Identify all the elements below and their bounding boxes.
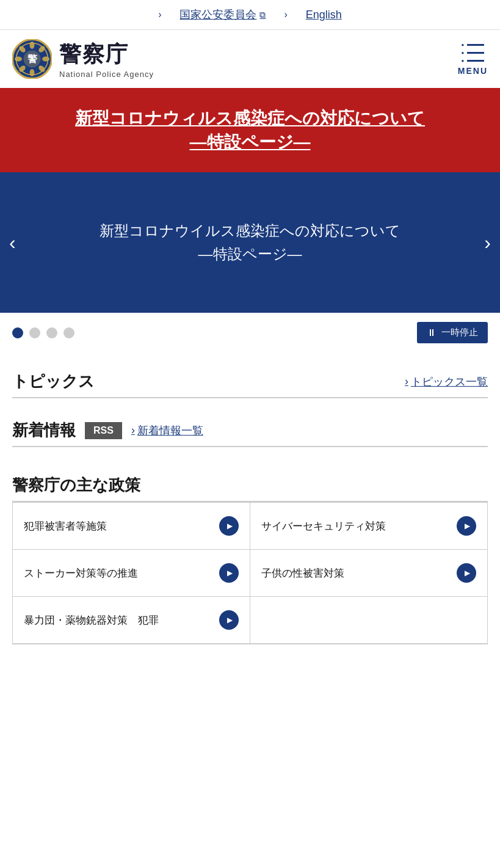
- policy-row-1: 犯罪被害者等施策 サイバーセキュリティ対策: [13, 503, 487, 550]
- policy-row-3: 暴力団・薬物銃器対策 犯罪: [13, 597, 487, 644]
- policy-arrow-icon-5: [219, 610, 239, 630]
- policy-arrow-icon-3: [219, 563, 239, 583]
- chevron-icon-shinchaku: ›: [131, 424, 135, 437]
- chevron-icon-1: ›: [158, 9, 161, 20]
- topics-section: トピックス › トピックス一覧: [0, 352, 500, 398]
- shinchaku-section: 新着情報 RSS › 新着情報一覧: [0, 414, 500, 447]
- site-header: 警 警察庁 National Police Agency MENU: [0, 30, 500, 88]
- slider-content: 新型コロナウイルス感染症への対応について —特設ページ—: [100, 219, 400, 266]
- policy-cell-child[interactable]: 子供の性被害対策: [250, 550, 487, 596]
- topics-title: トピックス: [12, 371, 95, 392]
- shinchaku-header: 新着情報 RSS › 新着情報一覧: [12, 420, 488, 441]
- logo-kanji: 警察庁: [59, 40, 154, 70]
- english-link[interactable]: English: [306, 9, 342, 21]
- slider-prev-button[interactable]: ‹: [3, 225, 22, 260]
- chevron-icon-topics: ›: [405, 375, 408, 388]
- logo-text-container: 警察庁 National Police Agency: [59, 40, 154, 79]
- svg-text:警: 警: [27, 54, 38, 64]
- national-safety-link[interactable]: 国家公安委員会 ⧉: [179, 7, 266, 22]
- menu-label: MENU: [458, 66, 488, 76]
- policy-grid: 犯罪被害者等施策 サイバーセキュリティ対策 ストーカー対策等の推進 子供の性被害…: [12, 502, 488, 644]
- svg-point-6: [30, 69, 35, 76]
- policy-cell-stalker[interactable]: ストーカー対策等の推進: [13, 550, 250, 596]
- chevron-icon-2: ›: [284, 9, 287, 20]
- pause-icon: ⏸: [427, 327, 437, 338]
- policy-cell-boryokudan[interactable]: 暴力団・薬物銃器対策 犯罪: [13, 597, 250, 643]
- menu-button[interactable]: MENU: [458, 42, 488, 76]
- svg-point-4: [42, 57, 49, 62]
- topics-header: トピックス › トピックス一覧: [12, 371, 488, 392]
- topics-divider: [12, 397, 488, 398]
- slider-dot-2[interactable]: [29, 327, 40, 338]
- slider-dot-1[interactable]: [12, 327, 23, 338]
- policy-arrow-icon-2: [457, 516, 476, 536]
- slider-next-button[interactable]: ›: [478, 225, 497, 260]
- rss-badge[interactable]: RSS: [85, 422, 122, 439]
- shinchaku-title: 新着情報: [12, 420, 76, 441]
- slider-dot-3[interactable]: [46, 327, 57, 338]
- logo[interactable]: 警 警察庁 National Police Agency: [12, 39, 154, 79]
- policy-arrow-icon-1: [219, 516, 239, 536]
- svg-point-2: [30, 42, 35, 49]
- policy-row-2: ストーカー対策等の推進 子供の性被害対策: [13, 550, 487, 597]
- policy-title: 警察庁の主な政策: [12, 475, 488, 496]
- policy-section: 警察庁の主な政策: [0, 462, 500, 502]
- menu-icon: [461, 42, 484, 64]
- policy-arrow-icon-4: [457, 563, 476, 583]
- slider-dots: [12, 327, 410, 338]
- topics-list-link[interactable]: › トピックス一覧: [405, 374, 488, 389]
- covid-banner-link[interactable]: 新型コロナウィルス感染症への対応について —特設ページ—: [75, 109, 425, 151]
- policy-cell-crime-victims[interactable]: 犯罪被害者等施策: [13, 503, 250, 549]
- shinchaku-list-link[interactable]: › 新着情報一覧: [131, 423, 203, 438]
- slider-dot-4[interactable]: [63, 327, 74, 338]
- red-banner[interactable]: 新型コロナウィルス感染症への対応について —特設ページ—: [0, 88, 500, 172]
- policy-cell-cyber[interactable]: サイバーセキュリティ対策: [250, 503, 487, 549]
- hero-slider: ‹ 新型コロナウイルス感染症への対応について —特設ページ— ›: [0, 172, 500, 313]
- svg-point-8: [15, 57, 22, 62]
- logo-english: National Police Agency: [59, 70, 154, 79]
- slider-controls: ⏸ 一時停止: [0, 313, 500, 352]
- pause-button[interactable]: ⏸ 一時停止: [417, 322, 488, 343]
- logo-emblem: 警: [12, 39, 52, 79]
- top-nav: › 国家公安委員会 ⧉ › English: [0, 0, 500, 30]
- external-link-icon: ⧉: [259, 10, 266, 20]
- shinchaku-divider: [12, 446, 488, 447]
- policy-cell-empty: [250, 597, 487, 643]
